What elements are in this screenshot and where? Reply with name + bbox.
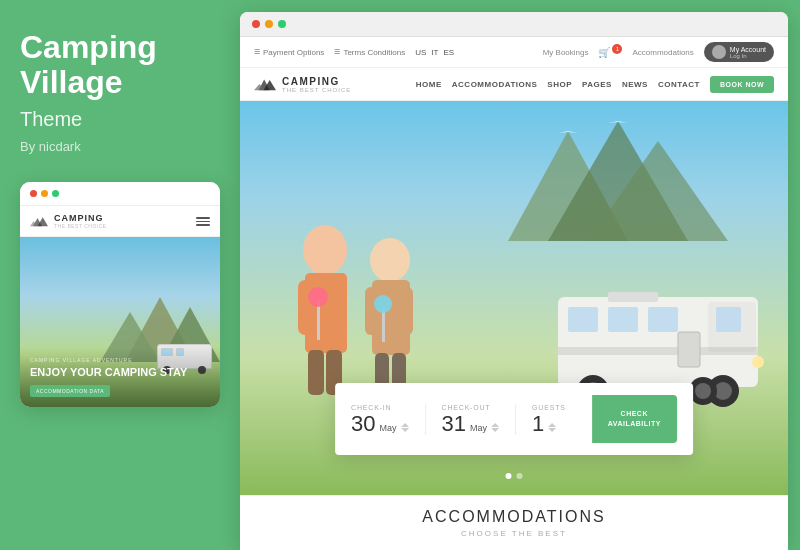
theme-subtitle: Theme (20, 108, 82, 131)
checkout-field[interactable]: CHECK-OUT 31 May (426, 404, 517, 435)
theme-title: Camping Village (20, 30, 220, 100)
checkin-month: May (380, 423, 397, 433)
nav-contact[interactable]: CONTACT (658, 80, 700, 89)
mobile-logo-name: CAMPING (54, 213, 107, 223)
mobile-hero-image: CAMPING VILLAGE ADVENTURE ENJOY YOUR CAM… (20, 237, 220, 407)
checkout-month: May (470, 423, 487, 433)
guests-value: 1 (532, 413, 566, 435)
my-account-label: My Account (730, 46, 766, 53)
slide-dot-1[interactable] (506, 473, 512, 479)
svg-rect-46 (608, 292, 658, 302)
guests-down-arrow[interactable] (548, 428, 556, 432)
checkin-down-arrow[interactable] (401, 428, 409, 432)
nav-news[interactable]: NEWS (622, 80, 648, 89)
my-bookings-link[interactable]: My Bookings (543, 48, 589, 57)
slide-dots (506, 473, 523, 479)
checkin-field[interactable]: CHECK-IN 30 May (351, 404, 426, 435)
mobile-hero-title: ENJOY YOUR CAMPING STAY (30, 366, 210, 379)
svg-rect-19 (308, 350, 324, 395)
mobile-hamburger-icon[interactable] (196, 217, 210, 226)
guests-up-arrow[interactable] (548, 423, 556, 427)
hero-mountain-svg (508, 111, 728, 271)
theme-author: By nicdark (20, 139, 81, 154)
nav-shop[interactable]: SHOP (547, 80, 572, 89)
terms-conditions-link[interactable]: ☰ Terms Conditions (334, 48, 405, 57)
booking-widget: CHECK-IN 30 May CHECK-OUT 31 May (335, 383, 693, 455)
account-button[interactable]: My Account Log In (704, 42, 774, 62)
hero-area: CHECK-IN 30 May CHECK-OUT 31 May (240, 101, 788, 495)
logo-mountain-icon (254, 75, 276, 93)
nav-accommodations[interactable]: ACCOMMODATIONS (452, 80, 538, 89)
payment-options-link[interactable]: ☰ Payment Options (254, 48, 324, 57)
mobile-logo-icon (30, 212, 48, 230)
checkout-up-arrow[interactable] (491, 423, 499, 427)
browser-window: ☰ Payment Options ☰ Terms Conditions US … (240, 12, 788, 550)
nav-pages[interactable]: PAGES (582, 80, 612, 89)
lang-it[interactable]: IT (431, 48, 438, 57)
left-panel: Camping Village Theme By nicdark CAMPING… (0, 0, 240, 550)
svg-point-44 (695, 383, 711, 399)
check-btn-line1: CHECK (621, 410, 648, 417)
svg-point-45 (752, 356, 764, 368)
site-topbar: ☰ Payment Options ☰ Terms Conditions US … (240, 37, 788, 68)
svg-rect-37 (558, 347, 758, 355)
guests-count: 1 (532, 413, 544, 435)
lang-us[interactable]: US (415, 48, 426, 57)
mobile-logo-tagline: THE BEST CHOICE (54, 223, 107, 229)
accommodations-section: ACCOMMODATIONS CHOOSE THE BEST (240, 495, 788, 550)
checkout-day: 31 (442, 413, 466, 435)
checkout-arrows[interactable] (491, 423, 499, 432)
checkout-down-arrow[interactable] (491, 428, 499, 432)
mobile-dot-red (30, 190, 37, 197)
svg-rect-35 (608, 307, 638, 332)
guests-field[interactable]: GUESTS 1 (516, 404, 582, 435)
logo-text: CAMPING THE BEST CHOICE (282, 76, 351, 93)
accommodations-subtitle: CHOOSE THE BEST (252, 529, 776, 538)
svg-point-23 (370, 238, 410, 282)
svg-rect-17 (298, 280, 313, 335)
checkin-label: CHECK-IN (351, 404, 409, 411)
book-now-button[interactable]: BOOK NOW (710, 76, 774, 93)
account-block: My Account Log In (730, 46, 766, 59)
svg-rect-38 (678, 332, 700, 367)
slide-dot-2[interactable] (517, 473, 523, 479)
mobile-hero-overlay: CAMPING VILLAGE ADVENTURE ENJOY YOUR CAM… (20, 347, 220, 407)
payment-options-label: Payment Options (263, 48, 324, 57)
svg-point-15 (303, 225, 347, 275)
mobile-browser-dots (20, 182, 220, 206)
svg-rect-36 (648, 307, 678, 332)
svg-rect-26 (400, 287, 413, 335)
site-logo[interactable]: CAMPING THE BEST CHOICE (254, 75, 351, 93)
mobile-logo-block: CAMPING THE BEST CHOICE (54, 213, 107, 229)
mobile-dot-yellow (41, 190, 48, 197)
cart-area[interactable]: 🛒 1 (598, 47, 622, 58)
checkin-arrows[interactable] (401, 423, 409, 432)
mobile-hero-cta[interactable]: ACCOMMODATION DATA (30, 385, 110, 397)
site-menu: HOME ACCOMMODATIONS SHOP PAGES NEWS CONT… (416, 76, 774, 93)
nav-home[interactable]: HOME (416, 80, 442, 89)
mobile-preview-card: CAMPING THE BEST CHOICE (20, 182, 220, 407)
logo-name: CAMPING (282, 76, 351, 87)
mobile-hero-tag: CAMPING VILLAGE ADVENTURE (30, 357, 210, 363)
checkin-up-arrow[interactable] (401, 423, 409, 427)
terms-conditions-label: Terms Conditions (343, 48, 405, 57)
topbar-left: ☰ Payment Options ☰ Terms Conditions US … (254, 48, 454, 57)
svg-point-22 (308, 287, 328, 307)
svg-point-30 (374, 295, 392, 313)
guests-arrows[interactable] (548, 423, 556, 432)
svg-rect-25 (365, 287, 378, 335)
check-btn-line2: AVAILABILITY (608, 420, 661, 427)
lang-es[interactable]: ES (443, 48, 454, 57)
browser-chrome (240, 12, 788, 37)
check-availability-button[interactable]: CHECK AVAILABILITY (592, 395, 677, 443)
accommodations-title: ACCOMMODATIONS (252, 508, 776, 526)
checkin-day: 30 (351, 413, 375, 435)
svg-rect-34 (568, 307, 598, 332)
mobile-nav: CAMPING THE BEST CHOICE (20, 206, 220, 237)
logo-tagline: THE BEST CHOICE (282, 87, 351, 93)
guests-label: GUESTS (532, 404, 566, 411)
account-avatar (712, 45, 726, 59)
svg-rect-18 (332, 280, 347, 335)
accommodations-link[interactable]: Accommodations (632, 48, 693, 57)
mobile-dot-green (52, 190, 59, 197)
